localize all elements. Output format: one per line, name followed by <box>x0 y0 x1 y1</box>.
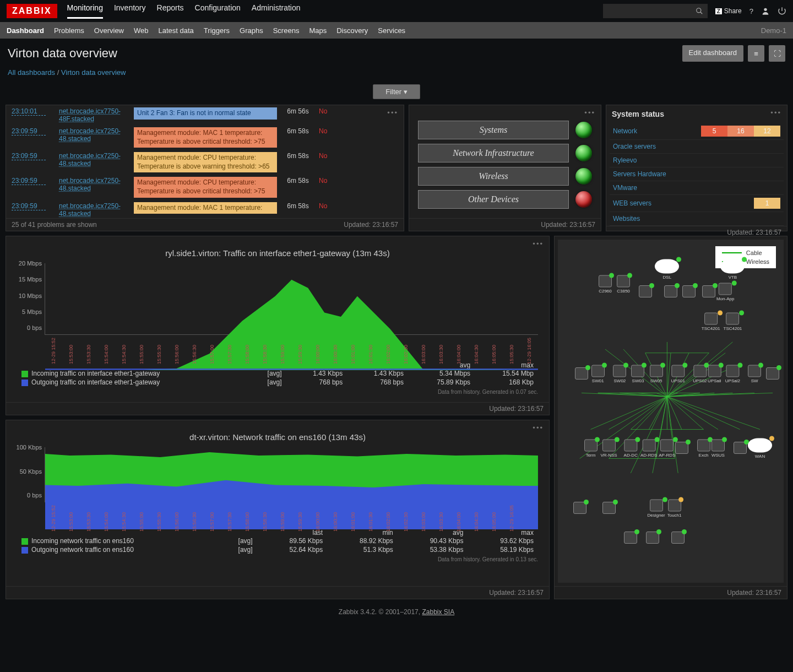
map-node[interactable] <box>646 532 659 545</box>
problem-row[interactable]: 23:09:59 net.brocade.icx7250-48.stacked … <box>8 200 401 218</box>
map-node[interactable] <box>573 502 586 515</box>
sysstatus-name[interactable]: Network <box>613 127 701 135</box>
breadcrumb-all[interactable]: All dashboards <box>8 68 55 77</box>
problem-description[interactable]: Management module: MAC 1 temperature: <box>134 202 277 214</box>
map-node[interactable]: TSC4201 <box>702 312 720 330</box>
sysstatus-row[interactable]: Servers Hardware <box>610 167 784 181</box>
map-node[interactable]: Mon-App <box>716 283 734 301</box>
map-node[interactable] <box>766 367 779 381</box>
map-node[interactable]: DSL <box>655 259 679 280</box>
problem-description[interactable]: Management module: CPU temperature: Temp… <box>134 152 277 172</box>
map-node[interactable]: SW01 <box>591 365 605 383</box>
subnav-latest-data[interactable]: Latest data <box>159 26 194 35</box>
map-node[interactable]: TSC4201 <box>724 312 742 330</box>
problem-time[interactable]: 23:09:59 <box>12 127 46 136</box>
widget-menu-icon[interactable]: ••• <box>533 424 544 432</box>
status-light-label[interactable]: Other Devices <box>418 190 569 209</box>
nav-administration[interactable]: Administration <box>252 3 301 19</box>
problem-row[interactable]: 23:09:59 net.brocade.icx7250-48.stacked … <box>8 125 401 150</box>
problem-time[interactable]: 23:09:59 <box>12 202 46 210</box>
problem-description[interactable]: Unit 2 Fan 3: Fan is not in normal state <box>134 107 277 120</box>
map-node[interactable] <box>624 532 637 545</box>
map-node[interactable]: AP-RDS <box>659 440 675 458</box>
fullscreen-icon[interactable]: ⛶ <box>769 45 785 62</box>
status-badge[interactable]: 16 <box>727 126 754 137</box>
help-icon[interactable]: ? <box>749 7 753 15</box>
network-map[interactable]: Cable Wireless DSLVTBC2960C3850Mon-AppSW… <box>558 240 784 583</box>
map-node[interactable] <box>682 285 696 299</box>
map-node[interactable]: UPSall <box>708 365 721 383</box>
sysstatus-name[interactable]: WEB servers <box>613 199 754 207</box>
map-node[interactable]: SW <box>748 365 761 383</box>
problem-row[interactable]: 23:09:59 net.brocade.icx7250-48.stacked … <box>8 150 401 175</box>
power-icon[interactable] <box>778 7 786 15</box>
subnav-graphs[interactable]: Graphs <box>240 26 263 35</box>
problem-ack[interactable]: No <box>319 152 335 160</box>
problem-ack[interactable]: No <box>319 202 335 210</box>
subnav-problems[interactable]: Problems <box>54 26 84 35</box>
edit-dashboard-button[interactable]: Edit dashboard <box>682 45 743 62</box>
map-node[interactable]: VTB <box>720 259 745 280</box>
problem-ack[interactable]: No <box>319 177 335 185</box>
share-button[interactable]: ZShare <box>715 7 742 15</box>
map-node[interactable]: Designer <box>648 499 665 517</box>
map-node[interactable]: C2960 <box>599 275 612 294</box>
status-light-label[interactable]: Systems <box>418 121 569 139</box>
user-icon[interactable] <box>761 7 770 15</box>
sysstatus-row[interactable]: Websites <box>610 212 784 226</box>
map-node[interactable] <box>671 532 685 545</box>
sysstatus-row[interactable]: WEB servers1 <box>610 195 784 212</box>
sysstatus-name[interactable]: Websites <box>613 215 780 223</box>
sysstatus-row[interactable]: Ryleevo <box>610 154 784 167</box>
problem-ack[interactable]: No <box>319 107 335 115</box>
problem-description[interactable]: Management module: MAC 1 temperature: Te… <box>134 127 277 148</box>
subnav-services[interactable]: Services <box>378 26 405 35</box>
map-node[interactable]: WSUS <box>711 440 725 458</box>
sysstatus-row[interactable]: VMware <box>610 181 784 195</box>
map-node[interactable] <box>734 442 747 455</box>
problem-time[interactable]: 23:09:59 <box>12 177 46 185</box>
map-node[interactable] <box>675 442 688 455</box>
map-node[interactable]: SW03 <box>631 365 644 383</box>
map-node[interactable]: AD-DC <box>624 440 638 458</box>
map-node[interactable]: WAN <box>748 438 772 459</box>
map-node[interactable]: UPS01 <box>671 365 685 383</box>
sysstatus-name[interactable]: Oracle servers <box>613 143 780 150</box>
problem-description[interactable]: Management module: CPU temperature: Temp… <box>134 177 277 197</box>
problem-host[interactable]: net.brocade.icx7250-48.stacked <box>59 127 129 143</box>
sysstatus-row[interactable]: Network51612 <box>610 123 784 140</box>
problem-row[interactable]: 23:09:59 net.brocade.icx7250-48.stacked … <box>8 175 401 199</box>
map-node[interactable] <box>702 285 715 299</box>
map-node[interactable]: Exch <box>697 440 710 458</box>
status-badge[interactable]: 12 <box>754 126 780 137</box>
subnav-overview[interactable]: Overview <box>94 26 124 35</box>
status-light-label[interactable]: Network Infrastructure <box>418 144 569 162</box>
subnav-triggers[interactable]: Triggers <box>204 26 230 35</box>
map-node[interactable]: AD-RDS <box>640 440 658 458</box>
widget-menu-icon[interactable]: ••• <box>387 109 398 117</box>
map-node[interactable]: Touch1 <box>667 499 682 517</box>
map-node[interactable]: VR-NSS <box>600 440 617 458</box>
map-node[interactable]: SW02 <box>613 365 626 383</box>
subnav-dashboard[interactable]: Dashboard <box>7 26 44 35</box>
map-node[interactable] <box>639 285 652 299</box>
problem-host[interactable]: net.brocade.icx7250-48.stacked <box>59 202 129 218</box>
subnav-maps[interactable]: Maps <box>309 26 327 35</box>
subnav-discovery[interactable]: Discovery <box>336 26 368 35</box>
problem-row[interactable]: 23:10:01 net.brocade.icx7750-48F.stacked… <box>8 105 401 125</box>
logo[interactable]: ZABBIX <box>7 4 57 18</box>
sysstatus-row[interactable]: Oracle servers <box>610 140 784 154</box>
problem-ack[interactable]: No <box>319 127 335 135</box>
filter-button[interactable]: Filter ▾ <box>373 84 420 99</box>
nav-monitoring[interactable]: Monitoring <box>67 3 103 19</box>
sysstatus-name[interactable]: Servers Hardware <box>613 170 780 178</box>
search-input[interactable] <box>603 4 708 18</box>
map-node[interactable]: SW05 <box>650 365 663 383</box>
subnav-web[interactable]: Web <box>134 26 149 35</box>
map-node[interactable] <box>575 367 588 381</box>
subnav-screens[interactable]: Screens <box>273 26 300 35</box>
map-node[interactable]: Term <box>584 440 598 458</box>
map-node[interactable] <box>664 285 677 299</box>
menu-icon[interactable]: ≡ <box>748 45 764 62</box>
widget-menu-icon[interactable]: ••• <box>584 109 595 117</box>
